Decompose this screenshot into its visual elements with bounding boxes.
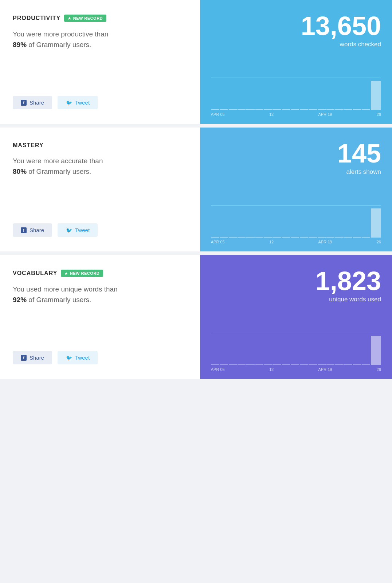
vocab-bar-16 <box>344 364 352 365</box>
chart-bar-1 <box>211 109 219 110</box>
mastery-share-button[interactable]: f Share <box>13 223 52 237</box>
mastery-text-suffix: of Grammarly users. <box>28 168 91 175</box>
mastery-title: MASTERY <box>13 142 187 149</box>
mastery-bar-17 <box>353 237 361 238</box>
mastery-stat-number: 145 <box>337 140 381 167</box>
productivity-buttons: f Share 🐦 Tweet <box>13 96 187 109</box>
mastery-bar-6 <box>255 237 263 238</box>
chart-bar-5 <box>246 109 254 110</box>
mastery-bar-15 <box>335 237 343 238</box>
mastery-title-text: MASTERY <box>13 142 44 149</box>
mastery-date-3: APR 19 <box>318 240 332 244</box>
vocab-bar-11 <box>300 364 308 365</box>
mastery-bar-14 <box>326 237 334 238</box>
vocabulary-right: 1,823 unique words used <box>200 255 392 379</box>
productivity-tweet-label: Tweet <box>75 99 90 106</box>
vocabulary-percentage: 92% <box>13 296 27 304</box>
vocabulary-description: You used more unique words than 92% of G… <box>13 284 187 305</box>
mastery-description: You were more accurate than 80% of Gramm… <box>13 156 187 177</box>
mastery-bar-13 <box>318 237 326 238</box>
mastery-chart-labels: APR 05 12 APR 19 26 <box>211 240 381 244</box>
vocabulary-title-text: VOCABULARY <box>13 270 57 277</box>
vocabulary-chart-bars <box>211 336 381 365</box>
chart-bar-12 <box>309 109 317 110</box>
chart-date-4: 26 <box>377 112 381 117</box>
mastery-chart: APR 05 12 APR 19 26 <box>211 205 381 244</box>
mastery-tweet-button[interactable]: 🐦 Tweet <box>58 223 98 237</box>
mastery-bar-1 <box>211 237 219 238</box>
vocab-bar-7 <box>264 364 272 365</box>
productivity-stat: 13,650 words checked <box>211 13 381 59</box>
productivity-share-button[interactable]: f Share <box>13 96 52 109</box>
vocabulary-new-record-badge: ★ NEW RECORD <box>61 270 103 277</box>
mastery-bar-4 <box>238 237 246 238</box>
mastery-chart-line <box>211 205 381 206</box>
vocabulary-share-button[interactable]: f Share <box>13 351 52 364</box>
mastery-bar-3 <box>229 237 237 238</box>
productivity-chart-labels: APR 05 12 APR 19 26 <box>211 112 381 117</box>
productivity-text-suffix: of Grammarly users. <box>28 41 91 48</box>
productivity-new-record-badge: ★ NEW RECORD <box>64 15 106 22</box>
vocabulary-tweet-button[interactable]: 🐦 Tweet <box>58 351 98 364</box>
chart-bar-15 <box>335 109 343 110</box>
mastery-section: MASTERY You were more accurate than 80% … <box>0 128 392 251</box>
mastery-date-1: APR 05 <box>211 240 225 244</box>
vocabulary-content: VOCABULARY ★ NEW RECORD You used more un… <box>13 270 187 351</box>
productivity-percentage: 89% <box>13 41 27 48</box>
chart-date-3: APR 19 <box>318 112 332 117</box>
chart-bar-9 <box>282 109 290 110</box>
mastery-text-prefix: You were more accurate than <box>13 157 103 165</box>
productivity-stat-number: 13,650 <box>301 13 381 39</box>
mastery-left: MASTERY You were more accurate than 80% … <box>0 128 200 251</box>
vocab-bar-18 <box>362 364 370 365</box>
mastery-bar-8 <box>273 237 281 238</box>
chart-bar-19 <box>371 81 381 110</box>
vocab-bar-8 <box>273 364 281 365</box>
vocabulary-section: VOCABULARY ★ NEW RECORD You used more un… <box>0 255 392 379</box>
vocab-new-record-label: NEW RECORD <box>70 271 99 275</box>
mastery-bar-16 <box>344 237 352 238</box>
productivity-stat-label: words checked <box>340 41 381 48</box>
vocab-bar-tall <box>371 336 381 365</box>
mastery-percentage: 80% <box>13 168 27 175</box>
vocab-bar-1 <box>211 364 219 365</box>
vocab-date-3: APR 19 <box>318 367 332 372</box>
productivity-title-text: PRODUCTIVITY <box>13 15 60 21</box>
vocabulary-left: VOCABULARY ★ NEW RECORD You used more un… <box>0 255 200 379</box>
productivity-text-prefix: You were more productive than <box>13 30 108 38</box>
mastery-bar-2 <box>220 237 228 238</box>
mastery-bar-9 <box>282 237 290 238</box>
facebook-icon-mastery: f <box>21 227 27 233</box>
productivity-content: PRODUCTIVITY ★ NEW RECORD You were more … <box>13 15 187 96</box>
vocab-bar-2 <box>220 364 228 365</box>
twitter-icon-vocab: 🐦 <box>66 355 72 360</box>
vocab-bar-12 <box>309 364 317 365</box>
chart-bar-2 <box>220 109 228 110</box>
vocabulary-chart-line <box>211 333 381 333</box>
vocabulary-stat: 1,823 unique words used <box>211 268 381 314</box>
productivity-chart-bars <box>211 81 381 110</box>
facebook-icon-vocab: f <box>21 355 27 361</box>
vocab-date-2: 12 <box>269 367 274 372</box>
twitter-icon: 🐦 <box>66 100 72 105</box>
chart-bar-10 <box>291 109 299 110</box>
vocabulary-title: VOCABULARY ★ NEW RECORD <box>13 270 187 277</box>
vocabulary-stat-number: 1,823 <box>315 268 381 294</box>
chart-bar-13 <box>318 109 326 110</box>
productivity-left: PRODUCTIVITY ★ NEW RECORD You were more … <box>0 0 200 124</box>
productivity-tweet-button[interactable]: 🐦 Tweet <box>58 96 98 109</box>
vocab-bar-14 <box>326 364 334 365</box>
mastery-right: 145 alerts shown <box>200 128 392 251</box>
vocabulary-text-suffix: of Grammarly users. <box>28 296 91 304</box>
mastery-bar-5 <box>246 237 254 238</box>
vocab-bar-6 <box>255 364 263 365</box>
vocab-bar-15 <box>335 364 343 365</box>
vocab-date-4: 26 <box>377 367 381 372</box>
vocab-bar-9 <box>282 364 290 365</box>
mastery-stat-label: alerts shown <box>346 168 381 176</box>
mastery-bar-12 <box>309 237 317 238</box>
vocab-bar-17 <box>353 364 361 365</box>
vocabulary-buttons: f Share 🐦 Tweet <box>13 351 187 364</box>
productivity-section: PRODUCTIVITY ★ NEW RECORD You were more … <box>0 0 392 124</box>
vocabulary-tweet-label: Tweet <box>75 355 90 361</box>
